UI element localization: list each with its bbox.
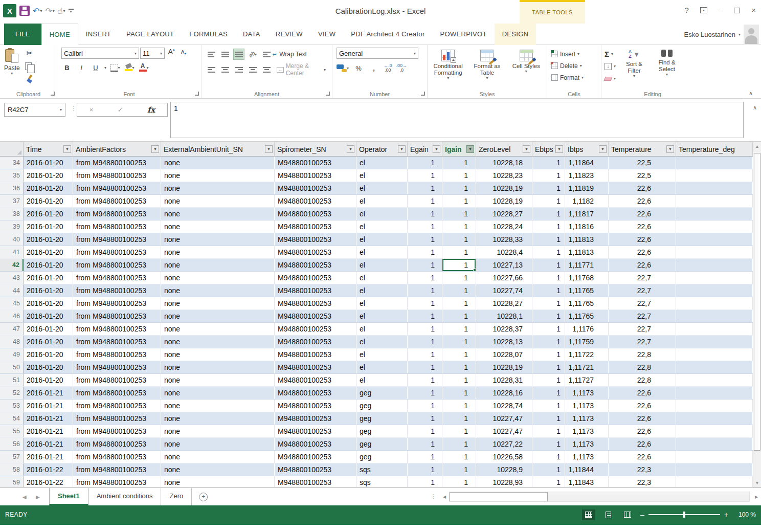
row-number-53[interactable]: 53 xyxy=(0,400,24,412)
name-box[interactable]: R42C7 ▾ xyxy=(4,103,65,117)
cell-ambient-row59[interactable]: from M948800100253 xyxy=(73,476,161,487)
formula-bar-drag-handle[interactable]: ⋮ xyxy=(71,105,77,112)
cell-ebtps-row35[interactable]: 1 xyxy=(532,169,565,182)
cell-op-row48[interactable]: el xyxy=(356,336,408,348)
cell-ambient-row47[interactable]: from M948800100253 xyxy=(73,323,161,335)
cell-op-row40[interactable]: el xyxy=(356,233,408,246)
cell-egain-row36[interactable]: 1 xyxy=(408,182,442,194)
row-number-35[interactable]: 35 xyxy=(0,169,24,182)
cell-temp-row44[interactable]: 22,7 xyxy=(609,284,676,297)
format-as-table-button[interactable]: Format as Table ▾ xyxy=(468,48,506,86)
cell-ibtps-row51[interactable]: 1,11727 xyxy=(565,374,609,386)
cell-time-row49[interactable]: 2016-01-20 xyxy=(24,348,73,361)
minimize-button[interactable]: – xyxy=(719,6,723,14)
cell-igain-row53[interactable]: 1 xyxy=(442,400,476,412)
cell-ambient-row43[interactable]: from M948800100253 xyxy=(73,272,161,284)
enter-icon[interactable]: ✓ xyxy=(118,106,123,114)
tab-view[interactable]: VIEW xyxy=(310,24,343,45)
cell-ambient-row45[interactable]: from M948800100253 xyxy=(73,297,161,309)
formula-input[interactable]: 1 xyxy=(170,102,744,138)
cell-temp-row40[interactable]: 22,6 xyxy=(609,233,676,246)
row-number-39[interactable]: 39 xyxy=(0,220,24,233)
cell-zero-row52[interactable]: 10228,16 xyxy=(476,387,532,399)
cell-igain-row51[interactable]: 1 xyxy=(442,374,476,386)
cell-op-row56[interactable]: geg xyxy=(356,438,408,450)
cell-time-row44[interactable]: 2016-01-20 xyxy=(24,284,73,297)
cell-time-row48[interactable]: 2016-01-20 xyxy=(24,336,73,348)
bold-button[interactable]: B xyxy=(61,62,73,73)
cell-zero-row34[interactable]: 10228,18 xyxy=(476,157,532,169)
cell-temp-row59[interactable]: 22,3 xyxy=(609,476,676,487)
cell-time-row47[interactable]: 2016-01-20 xyxy=(24,323,73,335)
cell-egain-row42[interactable]: 1 xyxy=(408,259,442,271)
cell-igain-row40[interactable]: 1 xyxy=(442,233,476,246)
row-number-44[interactable]: 44 xyxy=(0,284,24,297)
increase-decimal-button[interactable]: ←.0.00 xyxy=(384,63,392,73)
cell-op-row38[interactable]: el xyxy=(356,208,408,220)
cell-sn-row47[interactable]: M948800100253 xyxy=(275,323,356,335)
cell-op-row43[interactable]: el xyxy=(356,272,408,284)
cell-ebtps-row38[interactable]: 1 xyxy=(532,208,565,220)
cell-tempdeg-row36[interactable] xyxy=(676,182,753,194)
cell-ebtps-row55[interactable]: 1 xyxy=(532,425,565,437)
cell-egain-row39[interactable]: 1 xyxy=(408,220,442,233)
cell-ebtps-row41[interactable]: 1 xyxy=(532,246,565,258)
cell-time-row55[interactable]: 2016-01-21 xyxy=(24,425,73,437)
horizontal-scrollbar[interactable]: ⋮ ◀ ▶ xyxy=(440,491,761,502)
cell-time-row57[interactable]: 2016-01-21 xyxy=(24,451,73,463)
tab-insert[interactable]: INSERT xyxy=(78,24,119,45)
cell-tempdeg-row42[interactable] xyxy=(676,259,753,271)
cell-time-row52[interactable]: 2016-01-21 xyxy=(24,387,73,399)
cell-temp-row39[interactable]: 22,6 xyxy=(609,220,676,233)
cell-ebtps-row40[interactable]: 1 xyxy=(532,233,565,246)
user-account[interactable]: Esko Luostarinen ▾ xyxy=(684,24,759,45)
cell-ibtps-row52[interactable]: 1,1173 xyxy=(565,387,609,399)
cell-op-row57[interactable]: geg xyxy=(356,451,408,463)
decrease-font-size-button[interactable]: A▾ xyxy=(178,48,189,59)
cut-button[interactable]: ✂ xyxy=(24,48,35,59)
cell-op-row39[interactable]: el xyxy=(356,220,408,233)
cell-ext-row48[interactable]: none xyxy=(161,336,275,348)
cell-zero-row58[interactable]: 10228,9 xyxy=(476,463,532,476)
row-number-51[interactable]: 51 xyxy=(0,374,24,386)
tab-pdf-architect[interactable]: PDF Architect 4 Creator xyxy=(343,24,432,45)
column-header-sn[interactable]: Spirometer_SN▼ xyxy=(275,142,356,156)
cell-ambient-row38[interactable]: from M948800100253 xyxy=(73,208,161,220)
italic-button[interactable]: I xyxy=(76,62,87,73)
clipboard-dialog-launcher-icon[interactable] xyxy=(51,92,55,96)
number-format-select[interactable]: General▾ xyxy=(337,48,418,59)
help-button[interactable]: ? xyxy=(685,6,689,14)
cell-ibtps-row57[interactable]: 1,1173 xyxy=(565,451,609,463)
column-header-zero[interactable]: ZeroLevel▼ xyxy=(476,142,532,156)
alignment-dialog-launcher-icon[interactable] xyxy=(326,92,330,96)
cell-igain-row58[interactable]: 1 xyxy=(442,463,476,476)
cell-ambient-row48[interactable]: from M948800100253 xyxy=(73,336,161,348)
cell-time-row40[interactable]: 2016-01-20 xyxy=(24,233,73,246)
row-number-38[interactable]: 38 xyxy=(0,208,24,220)
cell-temp-row50[interactable]: 22,8 xyxy=(609,361,676,373)
column-header-egain[interactable]: Egain▼ xyxy=(408,142,442,156)
cell-ebtps-row44[interactable]: 1 xyxy=(532,284,565,297)
cell-zero-row45[interactable]: 10228,27 xyxy=(476,297,532,309)
cell-ambient-row41[interactable]: from M948800100253 xyxy=(73,246,161,258)
cell-ebtps-row51[interactable]: 1 xyxy=(532,374,565,386)
fill-color-button[interactable]: ▾ xyxy=(124,62,135,73)
cell-time-row34[interactable]: 2016-01-20 xyxy=(24,157,73,169)
cell-time-row38[interactable]: 2016-01-20 xyxy=(24,208,73,220)
cell-ext-row54[interactable]: none xyxy=(161,412,275,425)
cell-time-row42[interactable]: 2016-01-20 xyxy=(24,259,73,271)
row-number-52[interactable]: 52 xyxy=(0,387,24,399)
cell-tempdeg-row54[interactable] xyxy=(676,412,753,425)
cell-igain-row36[interactable]: 1 xyxy=(442,182,476,194)
cell-ext-row53[interactable]: none xyxy=(161,400,275,412)
cell-op-row45[interactable]: el xyxy=(356,297,408,309)
cell-temp-row52[interactable]: 22,6 xyxy=(609,387,676,399)
cell-ambient-row46[interactable]: from M948800100253 xyxy=(73,310,161,322)
cell-tempdeg-row41[interactable] xyxy=(676,246,753,258)
cell-egain-row49[interactable]: 1 xyxy=(408,348,442,361)
sheet-tab-ambient-conditions[interactable]: Ambient conditions xyxy=(88,488,162,505)
cell-sn-row38[interactable]: M948800100253 xyxy=(275,208,356,220)
cell-sn-row37[interactable]: M948800100253 xyxy=(275,195,356,207)
cell-time-row51[interactable]: 2016-01-20 xyxy=(24,374,73,386)
cell-ibtps-row44[interactable]: 1,11765 xyxy=(565,284,609,297)
